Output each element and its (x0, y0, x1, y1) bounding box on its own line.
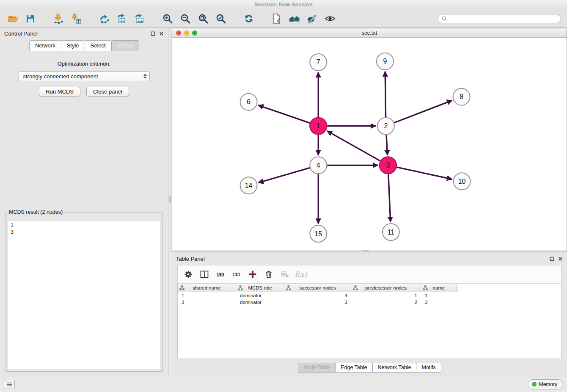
apply-layout-icon[interactable] (241, 12, 256, 25)
optimization-dropdown[interactable]: strongly connected component (19, 71, 150, 81)
tab-network[interactable]: Network (29, 40, 61, 51)
mcds-result-text[interactable]: 1 3 (8, 220, 160, 369)
node-7[interactable]: 7 (310, 54, 327, 71)
table-cell[interactable]: 3 (178, 300, 236, 305)
node-10[interactable]: 10 (454, 173, 471, 190)
edge-4-14[interactable] (259, 168, 310, 182)
network-canvas[interactable]: 7968124314101511 (172, 38, 567, 251)
column-header-name[interactable]: name (421, 284, 457, 292)
tab-motifs[interactable]: Motifs (416, 363, 441, 373)
main-toolbar (0, 9, 567, 28)
node-11[interactable]: 11 (383, 224, 399, 240)
tab-select[interactable]: Select (85, 40, 112, 51)
export-table-icon[interactable] (114, 12, 129, 25)
tab-mcds[interactable]: MCDS (111, 40, 139, 51)
close-panel-icon[interactable] (159, 31, 164, 36)
edge-3-10[interactable] (396, 167, 452, 179)
tab-node-table[interactable]: Node Table (298, 363, 336, 373)
zoom-fit-icon[interactable] (195, 12, 211, 25)
edge-1-6[interactable] (258, 105, 310, 123)
column-header-successor-nodes[interactable]: successor nodes (284, 284, 351, 292)
close-table-panel-icon[interactable] (558, 257, 563, 261)
network-graph[interactable]: 7968124314101511 (172, 38, 567, 251)
node-6[interactable]: 6 (240, 94, 257, 110)
add-row-icon[interactable] (246, 268, 259, 281)
search-box[interactable] (438, 14, 561, 23)
tab-style[interactable]: Style (61, 40, 85, 51)
table-cell[interactable]: dominator (236, 300, 284, 305)
minimize-window-button[interactable]: − (184, 30, 189, 36)
network-window-titlebar[interactable]: × − + scc.txt (172, 28, 567, 38)
zoom-out-icon[interactable] (178, 12, 193, 25)
mcds-result-group: MCDS result (2 nodes) 1 3 (5, 209, 163, 372)
function-builder-icon: f(x) (295, 268, 307, 281)
vertical-splitter-handle[interactable] (169, 196, 171, 203)
search-input[interactable] (449, 16, 557, 22)
node-2[interactable]: 2 (377, 118, 394, 135)
edge-2-8[interactable] (394, 100, 452, 123)
float-panel-icon[interactable] (151, 31, 155, 36)
close-panel-button[interactable]: Close panel (86, 87, 129, 97)
list-icon (6, 382, 12, 387)
memory-button[interactable]: Memory (528, 379, 563, 389)
delete-row-icon[interactable] (262, 268, 275, 281)
node-9[interactable]: 9 (377, 53, 394, 70)
table-row[interactable]: 3dominator323 (178, 299, 561, 306)
node-15[interactable]: 15 (310, 225, 327, 242)
table-cell[interactable]: dominator (236, 293, 284, 298)
close-window-button[interactable]: × (176, 30, 181, 36)
table-cell[interactable]: 1 (178, 293, 236, 298)
table-cell[interactable]: 2 (351, 300, 421, 305)
table-cell[interactable]: 1 (351, 293, 421, 298)
float-table-panel-icon[interactable] (550, 257, 554, 261)
node-14[interactable]: 14 (240, 177, 257, 194)
zoom-selected-icon[interactable] (213, 12, 228, 25)
control-panel: Control Panel NetworkStyleSelectMCDS Opt… (0, 28, 168, 376)
table-cell[interactable]: 3 (421, 300, 457, 305)
window-titlebar: Session: New Session (0, 0, 567, 9)
node-label: 3 (386, 162, 390, 169)
horizontal-splitter-handle[interactable] (362, 250, 369, 252)
edge-2-9[interactable] (385, 72, 385, 117)
optimization-criterion-label: Optimization criterion: (0, 61, 168, 67)
import-network-icon[interactable] (51, 12, 66, 25)
zoom-in-icon[interactable] (160, 12, 175, 25)
node-label: 9 (383, 58, 387, 65)
export-image-icon[interactable] (132, 12, 147, 25)
tab-edge-table[interactable]: Edge Table (335, 363, 372, 373)
ndex-home-icon[interactable] (287, 12, 302, 25)
node-4[interactable]: 4 (310, 157, 327, 174)
import-table-icon[interactable] (69, 12, 84, 25)
table-cell[interactable]: 3 (284, 300, 351, 305)
node-1[interactable]: 1 (310, 118, 327, 135)
edge-3-11[interactable] (388, 174, 391, 222)
columns-icon[interactable] (198, 268, 211, 281)
style-brush-icon[interactable] (305, 12, 320, 25)
edge-3-1[interactable] (327, 131, 380, 161)
column-header-predecessor-nodes[interactable]: predecessor nodes (351, 284, 421, 292)
column-header-mcds-role[interactable]: MCDS role (236, 284, 284, 292)
table-panel: Table Panel f(x) shared nameMCDS rolesuc… (172, 253, 567, 376)
open-session-icon[interactable] (5, 12, 20, 25)
edge-2-3[interactable] (386, 135, 388, 155)
run-mcds-button[interactable]: Run MCDS (39, 87, 80, 97)
zoom-window-button[interactable]: + (192, 30, 197, 36)
table-cell[interactable]: 1 (421, 293, 457, 298)
node-8[interactable]: 8 (453, 88, 470, 105)
deselect-all-icon[interactable] (230, 268, 243, 281)
column-header-shared-name[interactable]: shared name (178, 284, 236, 292)
gear-icon[interactable] (182, 268, 195, 281)
tab-network-table[interactable]: Network Table (372, 363, 417, 373)
status-menu-button[interactable] (4, 380, 15, 389)
table-cell[interactable]: 4 (284, 293, 351, 298)
toolbar-group (5, 12, 41, 25)
table-row[interactable]: 1dominator411 (178, 292, 561, 299)
save-session-icon[interactable] (23, 12, 38, 25)
toolbar-group (96, 12, 150, 25)
delete-table-icon (278, 268, 291, 281)
show-hide-eye-icon[interactable] (322, 12, 338, 25)
import-network-file-icon[interactable] (269, 12, 284, 25)
export-network-icon[interactable] (96, 12, 112, 25)
node-3[interactable]: 3 (380, 157, 396, 174)
select-all-icon[interactable] (214, 268, 227, 281)
